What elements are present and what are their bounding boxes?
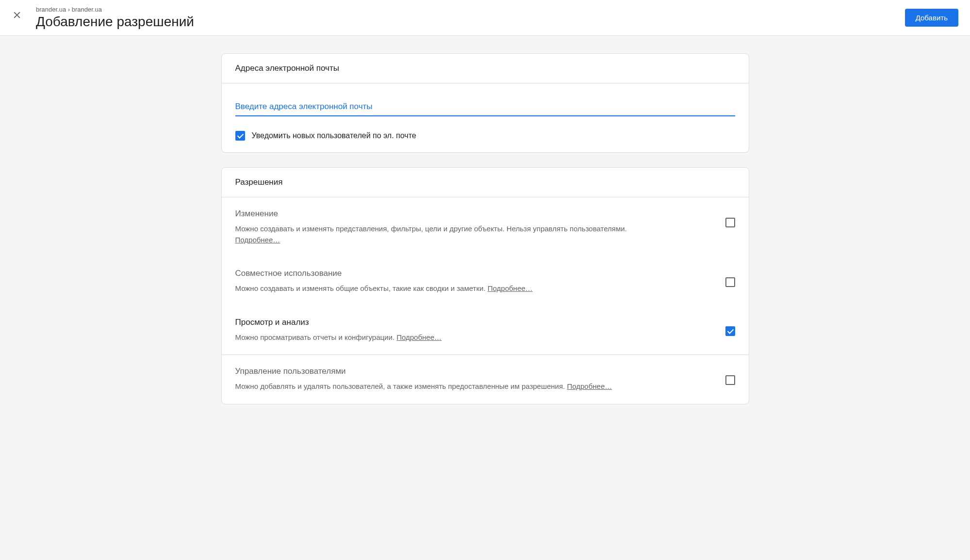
permissions-card-header: Разрешения xyxy=(222,168,749,197)
learn-more-link[interactable]: Подробнее… xyxy=(235,236,280,244)
permission-text: Управление пользователямиМожно добавлять… xyxy=(235,367,648,392)
permission-checkbox-wrap xyxy=(725,367,735,387)
breadcrumb: brander.ua › brander.ua xyxy=(36,6,194,13)
content: Адреса электронной почты Уведомить новых… xyxy=(214,53,757,438)
notify-label: Уведомить новых пользователей по эл. поч… xyxy=(252,131,416,140)
permission-text: Совместное использованиеМожно создавать … xyxy=(235,269,648,294)
notify-row: Уведомить новых пользователей по эл. поч… xyxy=(235,131,735,141)
email-card-body: Уведомить новых пользователей по эл. поч… xyxy=(222,83,749,152)
permission-checkbox[interactable] xyxy=(725,277,735,287)
learn-more-link[interactable]: Подробнее… xyxy=(567,382,612,390)
header-titles: brander.ua › brander.ua Добавление разре… xyxy=(36,6,194,30)
email-input[interactable] xyxy=(235,97,735,116)
permission-item: Совместное использованиеМожно создавать … xyxy=(222,257,749,306)
learn-more-link[interactable]: Подробнее… xyxy=(396,333,442,341)
permissions-list: ИзменениеМожно создавать и изменять пред… xyxy=(222,197,749,404)
permission-title: Совместное использование xyxy=(235,269,648,278)
close-button[interactable] xyxy=(12,6,22,26)
permission-title: Просмотр и анализ xyxy=(235,318,648,327)
permission-item: ИзменениеМожно создавать и изменять пред… xyxy=(222,197,749,257)
learn-more-link[interactable]: Подробнее… xyxy=(488,284,533,292)
permission-description: Можно просматривать отчеты и конфигураци… xyxy=(235,332,648,343)
page-header: brander.ua › brander.ua Добавление разре… xyxy=(0,0,970,36)
permission-text: ИзменениеМожно создавать и изменять пред… xyxy=(235,209,648,245)
permission-item: Управление пользователямиМожно добавлять… xyxy=(222,355,749,404)
email-card-header: Адреса электронной почты xyxy=(222,54,749,83)
header-left: brander.ua › brander.ua Добавление разре… xyxy=(12,6,194,30)
permission-description: Можно создавать и изменять общие объекты… xyxy=(235,283,648,294)
permission-checkbox[interactable] xyxy=(725,326,735,336)
permission-checkbox[interactable] xyxy=(725,218,735,227)
permission-checkbox-wrap xyxy=(725,269,735,289)
page-title: Добавление разрешений xyxy=(36,14,194,30)
permission-text: Просмотр и анализМожно просматривать отч… xyxy=(235,318,648,343)
permission-title: Изменение xyxy=(235,209,648,219)
permission-checkbox[interactable] xyxy=(725,375,735,385)
add-button[interactable]: Добавить xyxy=(905,9,958,27)
permission-description: Можно добавлять и удалять пользователей,… xyxy=(235,381,648,392)
close-icon xyxy=(12,10,22,20)
notify-checkbox[interactable] xyxy=(235,131,245,141)
permission-checkbox-wrap xyxy=(725,209,735,229)
email-card: Адреса электронной почты Уведомить новых… xyxy=(221,53,749,153)
permission-title: Управление пользователями xyxy=(235,367,648,376)
permission-description: Можно создавать и изменять представления… xyxy=(235,224,648,245)
permissions-card: Разрешения ИзменениеМожно создавать и из… xyxy=(221,167,749,404)
permission-checkbox-wrap xyxy=(725,318,735,338)
permission-item: Просмотр и анализМожно просматривать отч… xyxy=(222,306,749,355)
